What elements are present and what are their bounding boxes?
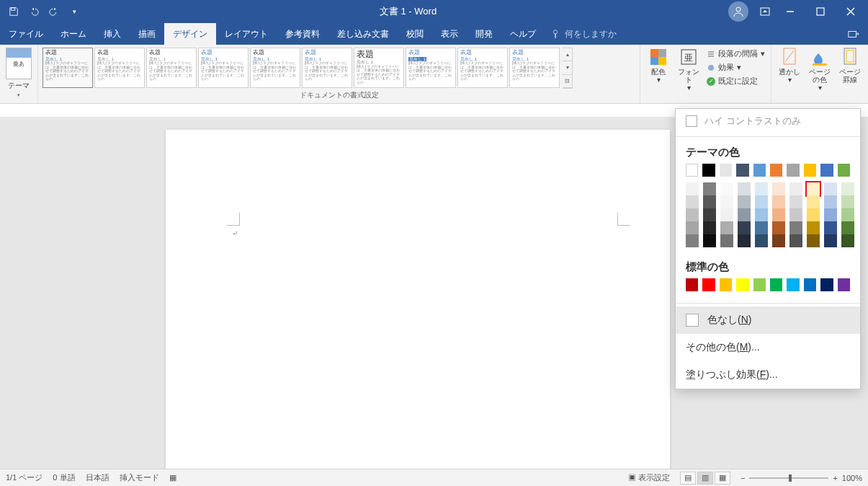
color-swatch[interactable] <box>820 164 833 177</box>
save-button[interactable] <box>4 2 23 21</box>
tell-me-search[interactable]: 何をしますか <box>550 23 617 45</box>
page[interactable]: ⤶ <box>166 130 670 469</box>
fill-effects-option[interactable]: 塗りつぶし効果(F)... <box>676 361 860 389</box>
paragraph-spacing[interactable]: 段落の間隔 ▾ <box>705 48 766 60</box>
high-contrast-option[interactable]: ハイ コントラストのみ <box>676 109 860 133</box>
color-swatch[interactable] <box>841 195 854 208</box>
color-swatch[interactable] <box>703 221 716 234</box>
gallery-expand[interactable]: ▴▾⊟ <box>563 48 573 89</box>
color-swatch[interactable] <box>807 208 820 221</box>
color-swatch[interactable] <box>824 234 837 247</box>
color-swatch[interactable] <box>686 195 699 208</box>
color-swatch[interactable] <box>738 208 751 221</box>
color-swatch[interactable] <box>838 278 850 291</box>
color-swatch[interactable] <box>770 164 782 177</box>
zoom-control[interactable]: − + 100% <box>741 474 862 482</box>
zoom-in[interactable]: + <box>833 474 837 482</box>
page-count[interactable]: 1/1 ページ <box>6 472 42 483</box>
color-swatch[interactable] <box>720 208 733 221</box>
color-swatch[interactable] <box>772 221 785 234</box>
word-count[interactable]: 0 単語 <box>53 472 75 483</box>
color-swatch[interactable] <box>807 221 820 234</box>
color-swatch[interactable] <box>753 164 766 177</box>
color-swatch[interactable] <box>772 208 785 221</box>
color-swatch[interactable] <box>686 164 698 177</box>
color-swatch[interactable] <box>755 182 768 195</box>
zoom-slider[interactable] <box>749 477 828 479</box>
color-swatch[interactable] <box>820 278 833 291</box>
color-swatch[interactable] <box>789 221 802 234</box>
tab-references[interactable]: 参考資料 <box>277 23 328 45</box>
zoom-out[interactable]: − <box>741 474 745 482</box>
color-swatch[interactable] <box>736 164 748 177</box>
print-layout-view[interactable]: ▥ <box>697 472 713 485</box>
color-swatch[interactable] <box>807 195 820 208</box>
macro-icon[interactable]: ▦ <box>169 473 176 482</box>
tab-mailings[interactable]: 差し込み文書 <box>328 23 398 45</box>
color-swatch[interactable] <box>789 234 802 247</box>
tab-help[interactable]: ヘルプ <box>501 23 545 45</box>
color-swatch[interactable] <box>686 208 699 221</box>
user-account[interactable] <box>728 1 748 22</box>
themes-button[interactable]: 亜あ テーマ ▾ <box>4 48 33 98</box>
page-borders-button[interactable]: ページ罫線 <box>836 48 864 84</box>
style-card[interactable]: 表題見出し 1[挿入] タブのギャラリーには、文書全体の体裁に合わせて調整するた… <box>302 48 352 88</box>
color-swatch[interactable] <box>824 221 837 234</box>
color-swatch[interactable] <box>789 208 802 221</box>
color-swatch[interactable] <box>841 234 854 247</box>
color-swatch[interactable] <box>841 208 854 221</box>
style-card[interactable]: 表題見出し 1[挿入] タブのギャラリーには、文書全体の体裁に合わせて調整するた… <box>406 48 456 88</box>
read-mode-view[interactable]: ▤ <box>680 472 696 485</box>
color-swatch[interactable] <box>702 278 715 291</box>
maximize-button[interactable] <box>806 1 835 22</box>
color-swatch[interactable] <box>736 278 748 291</box>
color-swatch[interactable] <box>686 278 698 291</box>
color-swatch[interactable] <box>807 182 820 195</box>
color-swatch[interactable] <box>789 195 802 208</box>
no-color-option[interactable]: 色なし(N) <box>676 306 860 334</box>
color-swatch[interactable] <box>789 182 802 195</box>
colors-button[interactable]: 配色▾ <box>645 48 672 84</box>
color-swatch[interactable] <box>772 195 785 208</box>
color-swatch[interactable] <box>703 195 716 208</box>
close-button[interactable] <box>836 1 865 22</box>
style-card[interactable]: 表題見出し 1[挿入] タブのギャラリーには、文書全体の体裁に合わせて調整するた… <box>42 48 93 88</box>
color-swatch[interactable] <box>824 195 837 208</box>
color-swatch[interactable] <box>772 234 785 247</box>
tab-review[interactable]: 校閲 <box>398 23 432 45</box>
tab-file[interactable]: ファイル <box>0 23 52 45</box>
color-swatch[interactable] <box>804 278 816 291</box>
redo-button[interactable] <box>45 2 63 21</box>
color-swatch[interactable] <box>720 278 732 291</box>
color-swatch[interactable] <box>755 221 768 234</box>
color-swatch[interactable] <box>824 208 837 221</box>
color-swatch[interactable] <box>703 208 716 221</box>
style-card[interactable]: 表題見出し 1[挿入] タブのギャラリーには、文書全体の体裁に合わせて調整するた… <box>457 48 508 88</box>
ribbon-display-options[interactable] <box>754 7 776 16</box>
color-swatch[interactable] <box>755 208 768 221</box>
watermark-button[interactable]: 透かし▾ <box>776 48 803 84</box>
color-swatch[interactable] <box>738 234 751 247</box>
undo-button[interactable] <box>24 2 43 21</box>
color-swatch[interactable] <box>738 195 751 208</box>
color-swatch[interactable] <box>703 182 716 195</box>
color-swatch[interactable] <box>753 278 766 291</box>
color-swatch[interactable] <box>787 278 799 291</box>
insert-mode[interactable]: 挿入モード <box>120 472 159 483</box>
style-card[interactable]: 表題見出し 1[挿入] タブのギャラリーには、文書全体の体裁に合わせて調整するた… <box>94 48 145 88</box>
color-swatch[interactable] <box>755 195 768 208</box>
color-swatch[interactable] <box>702 164 715 177</box>
tab-view[interactable]: 表示 <box>432 23 467 45</box>
web-layout-view[interactable]: ▦ <box>715 472 730 485</box>
color-swatch[interactable] <box>720 182 733 195</box>
tab-design[interactable]: デザイン <box>164 23 216 45</box>
color-swatch[interactable] <box>841 221 854 234</box>
color-swatch[interactable] <box>720 234 733 247</box>
color-swatch[interactable] <box>841 182 854 195</box>
color-swatch[interactable] <box>738 182 751 195</box>
tab-insert[interactable]: 挿入 <box>95 23 130 45</box>
page-color-button[interactable]: ページの色▾ <box>806 48 833 92</box>
color-swatch[interactable] <box>804 164 816 177</box>
display-settings[interactable]: ▣ 表示設定 <box>628 472 670 483</box>
color-swatch[interactable] <box>720 221 733 234</box>
